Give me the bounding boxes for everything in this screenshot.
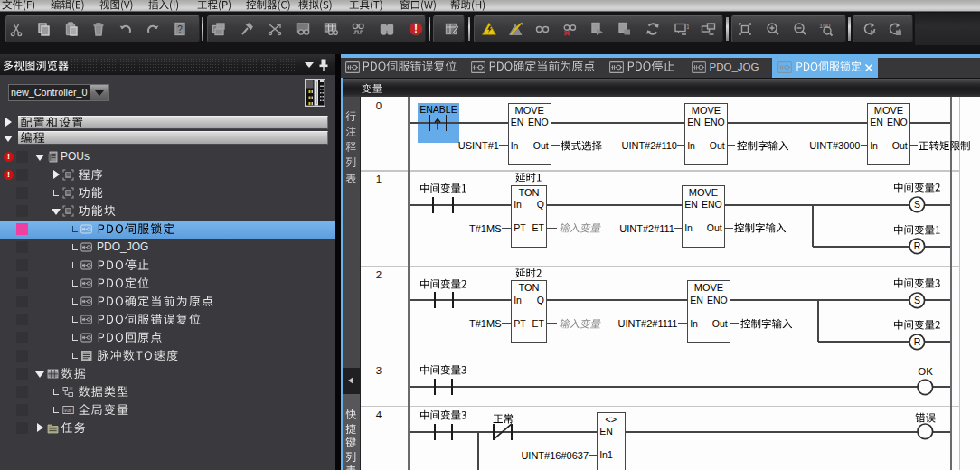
svg-text:?: ? (177, 24, 183, 34)
svg-text:var: var (63, 407, 72, 413)
svg-text:!: ! (414, 23, 418, 35)
svg-text:1: 1 (686, 24, 689, 30)
